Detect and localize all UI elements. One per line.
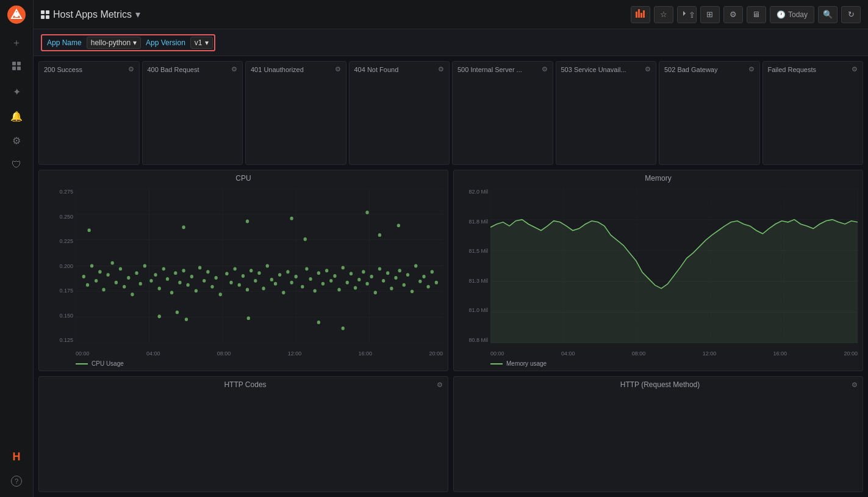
svg-rect-8 — [640, 13, 642, 18]
metric-gear-m1[interactable]: ⚙ — [128, 65, 134, 73]
metric-body-m4 — [350, 76, 450, 164]
svg-point-112 — [290, 217, 293, 220]
cpu-legend-label: CPU Usage — [91, 360, 124, 367]
metric-label-m7: 502 Bad Gateway — [664, 66, 717, 73]
app-logo[interactable] — [7, 5, 26, 24]
metric-gear-m4[interactable]: ⚙ — [438, 65, 444, 73]
svg-point-84 — [337, 288, 340, 292]
http-codes-panel: HTTP Codes ⚙ — [38, 376, 448, 492]
metric-title-m8: Failed Requests ⚙ — [763, 62, 863, 76]
svg-point-43 — [166, 277, 169, 281]
layout-button[interactable]: ⊞ — [700, 6, 720, 23]
monitor-button[interactable]: 🖥 — [747, 6, 766, 23]
svg-rect-5 — [17, 67, 21, 70]
svg-point-89 — [357, 278, 360, 281]
svg-point-30 — [111, 261, 114, 265]
http-method-panel: HTTP (Request Method) ⚙ — [453, 376, 863, 492]
settings-button[interactable]: ⚙ — [723, 6, 743, 23]
svg-point-68 — [270, 278, 273, 281]
sidebar-item-alerts[interactable]: 🔔 — [5, 105, 27, 127]
svg-point-99 — [398, 269, 401, 272]
svg-point-1 — [14, 12, 19, 17]
cpu-chart-title: CPU — [39, 170, 448, 186]
memory-x-labels: 00:00 04:00 08:00 12:00 16:00 20:00 — [490, 350, 858, 357]
svg-point-64 — [254, 279, 257, 283]
svg-point-54 — [210, 285, 213, 289]
svg-point-94 — [378, 267, 381, 270]
share-button[interactable]: ⇧ — [677, 6, 697, 23]
sidebar-item-explore[interactable]: ✦ — [5, 81, 27, 103]
metric-gear-m5[interactable]: ⚙ — [542, 65, 548, 73]
star-icon: ☆ — [660, 10, 667, 19]
svg-point-119 — [185, 317, 188, 321]
svg-point-53 — [206, 270, 209, 274]
sidebar-item-grafana[interactable]: H — [5, 446, 27, 468]
svg-point-47 — [182, 269, 185, 272]
metric-label-m6: 503 Service Unavail... — [561, 66, 626, 73]
search-button[interactable]: 🔍 — [818, 6, 838, 23]
metric-gear-m6[interactable]: ⚙ — [645, 65, 651, 73]
svg-point-113 — [304, 238, 307, 241]
sidebar-item-help[interactable]: ? — [5, 470, 27, 492]
metric-gear-m3[interactable]: ⚙ — [335, 65, 341, 73]
metric-title-m7: 502 Bad Gateway ⚙ — [659, 62, 759, 76]
sidebar-item-dashboard[interactable] — [5, 56, 27, 78]
http-method-gear-icon[interactable]: ⚙ — [852, 381, 858, 389]
sidebar: ＋ ✦ 🔔 ⚙ 🛡 H ? — [0, 0, 34, 497]
time-range-button[interactable]: 🕐 Today — [770, 6, 814, 23]
svg-point-117 — [158, 314, 161, 318]
metric-body-m2 — [143, 76, 243, 164]
svg-point-37 — [139, 282, 142, 286]
graph-button[interactable] — [631, 6, 650, 23]
svg-point-67 — [266, 264, 269, 268]
svg-point-86 — [346, 281, 349, 285]
http-codes-gear-icon[interactable]: ⚙ — [437, 381, 443, 389]
refresh-button[interactable]: ↻ — [841, 6, 861, 23]
dashboard-icon — [12, 61, 21, 73]
memory-legend-line — [490, 363, 503, 365]
svg-point-97 — [390, 287, 393, 291]
sidebar-item-add[interactable]: ＋ — [5, 32, 27, 54]
topbar-actions: ☆ ⇧ ⊞ ⚙ 🖥 🕐 Today — [631, 6, 861, 23]
svg-point-118 — [176, 310, 179, 314]
svg-point-34 — [127, 276, 130, 280]
sidebar-item-shield[interactable]: 🛡 — [5, 154, 27, 176]
charts-row: CPU 0.275 0.250 0.225 0.200 0.175 0.150 … — [38, 170, 863, 371]
svg-point-82 — [329, 279, 332, 283]
svg-point-77 — [309, 277, 312, 281]
svg-point-36 — [135, 271, 138, 275]
bar-chart-icon — [636, 9, 645, 20]
svg-rect-4 — [12, 67, 16, 70]
svg-point-75 — [301, 285, 304, 289]
svg-marker-135 — [490, 220, 858, 343]
svg-point-107 — [431, 270, 434, 274]
svg-point-110 — [182, 225, 185, 229]
metric-gear-m2[interactable]: ⚙ — [231, 65, 237, 73]
svg-point-90 — [362, 270, 365, 274]
svg-point-81 — [325, 269, 328, 272]
sidebar-item-settings[interactable]: ⚙ — [5, 129, 27, 151]
svg-point-41 — [158, 287, 161, 291]
title-chevron[interactable]: ▾ — [135, 9, 140, 20]
star-button[interactable]: ☆ — [654, 6, 673, 23]
bottom-row: HTTP Codes ⚙ HTTP (Request Method) ⚙ — [38, 376, 863, 492]
metric-gear-m7[interactable]: ⚙ — [748, 65, 755, 73]
metric-panel-m4: 404 Not Found ⚙ — [349, 61, 450, 165]
svg-point-95 — [382, 279, 385, 283]
svg-point-63 — [249, 269, 253, 272]
svg-point-32 — [119, 267, 122, 270]
svg-point-46 — [178, 281, 181, 285]
svg-point-116 — [397, 223, 400, 227]
metric-label-m8: Failed Requests — [768, 66, 817, 73]
metric-body-m1 — [39, 76, 139, 164]
svg-point-61 — [242, 274, 245, 278]
svg-point-106 — [426, 285, 429, 289]
svg-point-28 — [102, 288, 105, 292]
metric-gear-m8[interactable]: ⚙ — [852, 65, 858, 73]
svg-point-121 — [317, 321, 320, 324]
metrics-row: 200 Success ⚙ 400 Bad Request ⚙ 401 Unau… — [38, 61, 863, 165]
svg-point-45 — [174, 271, 177, 275]
svg-rect-2 — [12, 62, 16, 65]
app-name-select[interactable]: hello-python ▾ — [87, 37, 141, 49]
app-version-select[interactable]: v1 ▾ — [190, 37, 213, 49]
